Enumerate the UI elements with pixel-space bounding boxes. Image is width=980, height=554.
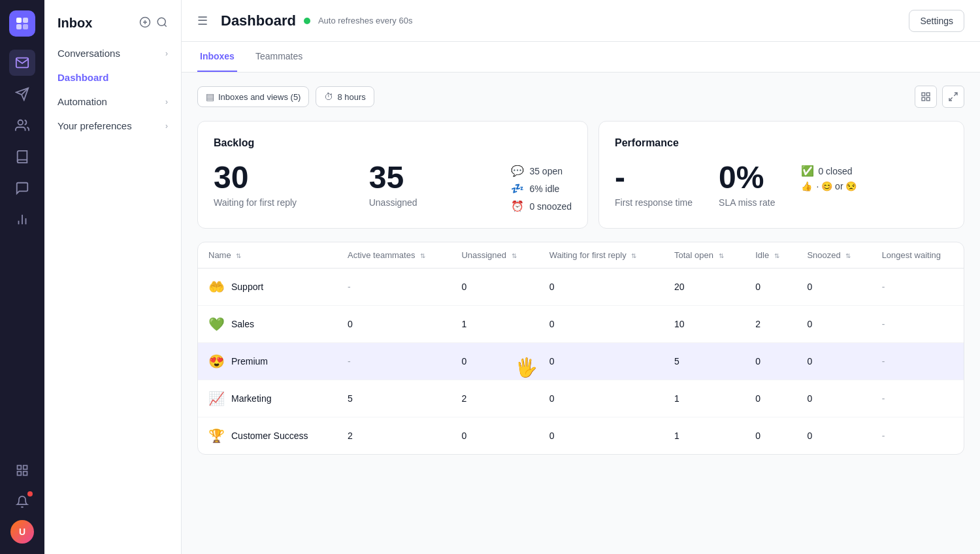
preferences-chevron: › [165, 122, 168, 131]
col-unassigned[interactable]: Unassigned ⇅ [451, 242, 538, 269]
name-sort-icon: ⇅ [236, 252, 241, 259]
svg-line-24 [949, 97, 953, 101]
col-total-open[interactable]: Total open ⇅ [664, 242, 745, 269]
inbox-chip-icon: ▤ [206, 91, 214, 102]
first-response-stat: - First response time [615, 162, 693, 208]
table-row[interactable]: 🏆 Customer Success 2 0 0 1 0 0 - [198, 417, 964, 455]
sidebar-item-automation[interactable]: Automation › [44, 90, 181, 114]
table-header: Name ⇅ Active teammates ⇅ Unassigned ⇅ W… [198, 242, 964, 269]
compose-icon[interactable] [139, 16, 151, 31]
sla-miss-label: SLA miss rate [719, 197, 775, 208]
expand-view-button[interactable] [942, 86, 964, 108]
cell-unassigned: 1 [451, 306, 538, 343]
cell-longest-waiting: - [872, 417, 964, 455]
col-longest-waiting: Longest waiting [872, 242, 964, 269]
cell-active-teammates: 2 [337, 417, 451, 455]
apps-icon[interactable] [9, 457, 35, 483]
table-row[interactable]: 📈 Marketing 5 2 0 1 0 0 - [198, 380, 964, 417]
idle-text: 6% idle [529, 184, 559, 194]
cell-waiting: 0 [539, 269, 664, 306]
sidebar-item-preferences[interactable]: Your preferences › [44, 114, 181, 138]
tab-teammates[interactable]: Teammates [253, 42, 305, 72]
svg-line-18 [164, 24, 166, 26]
col-active-teammates[interactable]: Active teammates ⇅ [337, 242, 451, 269]
svg-rect-1 [23, 18, 28, 23]
closed-stat: ✅ 0 closed [801, 165, 857, 177]
tab-inboxes[interactable]: Inboxes [197, 42, 237, 72]
table-row[interactable]: 🤲 Support - 0 0 20 0 0 - [198, 269, 964, 306]
sidebar-item-dashboard[interactable]: Dashboard [44, 65, 181, 90]
settings-button[interactable]: Settings [909, 10, 964, 32]
svg-rect-10 [18, 466, 22, 470]
cell-snoozed: 0 [796, 306, 871, 343]
topbar: ☰ Dashboard Auto refreshes every 60s Set… [182, 0, 980, 42]
conversations-label: Conversations [57, 48, 120, 59]
automation-chevron: › [165, 97, 168, 106]
notification-badge [27, 491, 33, 497]
col-name[interactable]: Name ⇅ [198, 242, 337, 269]
contacts-icon[interactable] [9, 112, 35, 138]
inbox-icon[interactable] [9, 50, 35, 76]
performance-stats: - First response time 0% SLA miss rate ✅… [615, 162, 948, 208]
cell-idle: 2 [745, 306, 796, 343]
idle-sort-icon: ⇅ [774, 252, 779, 259]
cell-active-teammates: 5 [337, 380, 451, 417]
app-logo[interactable] [9, 10, 35, 37]
svg-rect-22 [922, 97, 925, 101]
cell-snoozed: 0 [796, 343, 871, 380]
send-icon[interactable] [9, 81, 35, 107]
unassigned-label: Unassigned [369, 197, 485, 208]
reports-icon[interactable] [9, 206, 35, 233]
cell-total-open: 5 [664, 343, 745, 380]
cell-active-teammates: - [337, 343, 451, 380]
hours-filter-chip[interactable]: ⏱ 8 hours [316, 86, 374, 107]
col-waiting[interactable]: Waiting for first reply ⇅ [539, 242, 664, 269]
row-name-text: Support [231, 282, 263, 292]
cell-active-teammates: - [337, 269, 451, 306]
book-icon[interactable] [9, 144, 35, 170]
backlog-stats: 30 Waiting for first reply 35 Unassigned… [214, 162, 572, 212]
table: Name ⇅ Active teammates ⇅ Unassigned ⇅ W… [198, 242, 964, 454]
main-content: ☰ Dashboard Auto refreshes every 60s Set… [182, 0, 980, 554]
table-row[interactable]: 😍 Premium - 0 0 5 0 0 - [198, 343, 964, 380]
open-text: 35 open [529, 166, 563, 176]
snoozed-text: 0 snoozed [529, 201, 572, 212]
cell-total-open: 20 [664, 269, 745, 306]
hamburger-icon[interactable]: ☰ [197, 14, 208, 28]
svg-rect-20 [926, 93, 930, 96]
idle-stat: 💤 6% idle [511, 182, 572, 195]
snoozed-sort-icon: ⇅ [845, 252, 851, 259]
preferences-label: Your preferences [57, 120, 132, 131]
nav-header-icons [139, 16, 168, 31]
total-sort-icon: ⇅ [719, 252, 724, 259]
cell-unassigned: 2 [451, 380, 538, 417]
inboxes-filter-label: Inboxes and views (5) [218, 92, 301, 102]
open-stat: 💬 35 open [511, 165, 572, 177]
automation-label: Automation [57, 96, 107, 107]
chat-bubble-icon[interactable] [9, 175, 35, 201]
row-name-text: Marketing [231, 393, 271, 404]
snoozed-stat: ⏰ 0 snoozed [511, 200, 572, 212]
backlog-stat-waiting: 30 Waiting for first reply [214, 162, 330, 208]
cell-snoozed: 0 [796, 269, 871, 306]
sidebar-item-conversations[interactable]: Conversations › [44, 41, 181, 65]
filter-bar-right [915, 86, 964, 108]
col-idle[interactable]: Idle ⇅ [745, 242, 796, 269]
svg-rect-13 [18, 472, 22, 476]
col-snoozed[interactable]: Snoozed ⇅ [796, 242, 871, 269]
avatar[interactable]: U [10, 520, 34, 544]
search-nav-icon[interactable] [156, 16, 168, 31]
row-name-text: Sales [231, 319, 254, 329]
bell-icon[interactable] [9, 489, 35, 515]
svg-point-17 [157, 18, 165, 25]
cell-idle: 0 [745, 417, 796, 455]
nav-panel: Inbox Conversations › Dashboard Automati… [44, 0, 182, 554]
svg-point-6 [18, 120, 23, 125]
grid-view-button[interactable] [915, 86, 937, 108]
inboxes-filter-chip[interactable]: ▤ Inboxes and views (5) [197, 86, 309, 107]
backlog-card: Backlog 30 Waiting for first reply 35 Un… [197, 121, 588, 229]
dashboard-label: Dashboard [57, 72, 108, 83]
table-row[interactable]: 💚 Sales 0 1 0 10 2 0 - [198, 306, 964, 343]
svg-line-23 [954, 93, 957, 96]
tabs-bar: Inboxes Teammates [182, 42, 980, 73]
